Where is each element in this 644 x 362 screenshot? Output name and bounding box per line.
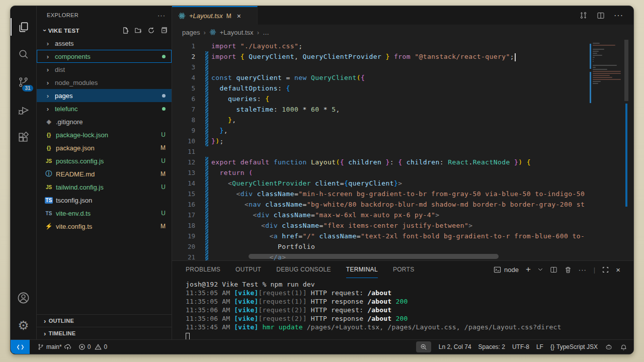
tree-item-components[interactable]: ›components bbox=[37, 50, 172, 63]
code-token: = bbox=[286, 74, 294, 81]
notifications[interactable] bbox=[616, 343, 628, 351]
code-token: QueryClient bbox=[245, 53, 294, 60]
vertical-scrollbar[interactable] bbox=[624, 40, 629, 260]
tree-item-label: telefunc bbox=[55, 105, 158, 113]
extensions-icon[interactable] bbox=[11, 124, 37, 151]
split-editor-icon[interactable] bbox=[597, 12, 605, 20]
new-terminal-icon[interactable]: + bbox=[526, 264, 531, 275]
close-panel-icon[interactable]: × bbox=[616, 265, 620, 274]
zoom-indicator[interactable] bbox=[416, 341, 431, 352]
tree-item-assets[interactable]: ›assets bbox=[37, 37, 172, 50]
minimap[interactable] bbox=[589, 40, 624, 260]
run-debug-icon[interactable] bbox=[11, 96, 37, 124]
encoding[interactable]: UTF-8 bbox=[509, 343, 533, 350]
code-token: ReactNode bbox=[473, 158, 510, 166]
new-folder-icon[interactable] bbox=[134, 27, 142, 34]
scrollbar-slider[interactable] bbox=[624, 40, 628, 101]
code-token bbox=[211, 116, 228, 124]
code-token: ( bbox=[357, 74, 361, 81]
code-editor[interactable]: 123456789101112131415161718192021 import… bbox=[172, 40, 633, 260]
tree-item-tsconfig-json[interactable]: TStsconfig.json bbox=[37, 194, 172, 207]
tree-item-telefunc[interactable]: ›telefunc bbox=[37, 102, 172, 115]
source-control-icon[interactable]: 31 bbox=[11, 68, 37, 96]
code-token: = bbox=[302, 201, 306, 208]
tree-item-tailwind-config-js[interactable]: JStailwind.config.jsU bbox=[37, 180, 172, 194]
settings-icon[interactable]: ⚙ bbox=[11, 312, 37, 339]
close-icon[interactable]: × bbox=[237, 12, 241, 20]
minimap-line bbox=[593, 65, 617, 66]
split-terminal-icon[interactable] bbox=[550, 266, 557, 274]
trash-icon[interactable] bbox=[565, 266, 572, 274]
tab-layout-tsx[interactable]: +Layout.tsx M × bbox=[172, 6, 258, 25]
code-token bbox=[510, 158, 514, 166]
panel-tab-problems[interactable]: PROBLEMS bbox=[186, 261, 220, 278]
collapse-all-icon[interactable] bbox=[160, 27, 168, 34]
timeline-section[interactable]: › TIMELINE bbox=[37, 327, 172, 339]
problems-status[interactable]: 0 0 bbox=[75, 340, 111, 354]
tree-item-dist[interactable]: ›dist bbox=[37, 63, 172, 76]
line-number: 15 bbox=[172, 189, 205, 199]
tree-item-package-json[interactable]: {}package.jsonM bbox=[37, 141, 172, 154]
horizontal-scrollbar[interactable] bbox=[249, 254, 499, 259]
code-token: = bbox=[319, 222, 323, 229]
code-token: : bbox=[274, 106, 282, 113]
project-root-row[interactable]: › VIKE TEST bbox=[37, 24, 172, 37]
code-area[interactable]: import "./Layout.css";import { QueryClie… bbox=[208, 40, 589, 260]
new-file-icon[interactable] bbox=[122, 27, 129, 34]
explorer-more-icon[interactable]: ··· bbox=[157, 12, 166, 19]
chevron-down-icon[interactable] bbox=[538, 267, 543, 272]
tree-item-pages[interactable]: ›pages bbox=[37, 89, 172, 102]
refresh-icon[interactable] bbox=[147, 27, 155, 34]
code-token: * bbox=[298, 106, 311, 113]
code-token: } bbox=[211, 137, 215, 145]
tree-item-node-modules[interactable]: ›node_modules bbox=[37, 76, 172, 89]
explorer-icon[interactable] bbox=[11, 13, 37, 41]
code-token: * bbox=[319, 106, 332, 113]
braces-icon: {} bbox=[550, 343, 554, 350]
outline-label: OUTLINE bbox=[49, 318, 74, 324]
account-icon[interactable] bbox=[11, 284, 37, 312]
terminal-instance[interactable]: node bbox=[494, 266, 519, 274]
code-token bbox=[261, 201, 265, 208]
breadcrumb-folder[interactable]: pages bbox=[182, 29, 200, 36]
chevron-right-icon: › bbox=[44, 40, 52, 47]
bell-icon bbox=[620, 343, 627, 351]
terminal-output[interactable]: josh@192 Vike Test % npm run dev11:35:05… bbox=[172, 278, 633, 339]
tree-item-package-lock-json[interactable]: {}package-lock.jsonU bbox=[37, 128, 172, 141]
remote-indicator[interactable] bbox=[11, 340, 30, 354]
outline-section[interactable]: › OUTLINE bbox=[37, 314, 172, 327]
eol-sequence[interactable]: LF bbox=[533, 343, 547, 350]
branch-status[interactable]: main* bbox=[34, 340, 75, 354]
code-token bbox=[269, 211, 273, 219]
panel-tab-output[interactable]: OUTPUT bbox=[235, 261, 261, 278]
maximize-panel-icon[interactable] bbox=[602, 266, 609, 273]
tree-item-readme-md[interactable]: ⓘREADME.mdM bbox=[37, 167, 172, 180]
copilot-icon bbox=[605, 343, 613, 351]
cursor-position[interactable]: Ln 2, Col 74 bbox=[435, 343, 475, 350]
breadcrumb-file[interactable]: +Layout.tsx bbox=[220, 29, 254, 36]
terminal-token: 11:35:06 AM bbox=[186, 315, 234, 322]
panel-tab-ports[interactable]: PORTS bbox=[393, 261, 415, 278]
code-token: < bbox=[245, 201, 249, 208]
indentation[interactable]: Spaces: 2 bbox=[475, 343, 509, 350]
braces-file-icon: {} bbox=[45, 132, 53, 138]
minimap-line bbox=[593, 77, 612, 78]
tree-item-vite-config-ts[interactable]: ⚡vite.config.tsM bbox=[37, 220, 172, 233]
tree-item--gitignore[interactable]: ◈.gitignore bbox=[37, 115, 172, 128]
tab-modified-badge: M bbox=[226, 13, 231, 20]
search-icon[interactable] bbox=[11, 41, 37, 68]
panel-more-icon[interactable]: ··· bbox=[579, 266, 587, 274]
breadcrumb-separator: › bbox=[257, 29, 259, 36]
panel-tab-terminal[interactable]: TERMINAL bbox=[346, 261, 378, 278]
copilot-status[interactable] bbox=[601, 343, 616, 351]
breadcrumb-more[interactable]: … bbox=[263, 29, 269, 36]
tree-item-postcss-config-js[interactable]: JSpostcss.config.jsU bbox=[37, 154, 172, 167]
editor-more-icon[interactable]: ··· bbox=[614, 11, 623, 20]
panel-tab-debug-console[interactable]: DEBUG CONSOLE bbox=[276, 261, 331, 278]
tree-item-vite-env-d-ts[interactable]: TSvite-env.d.tsU bbox=[37, 207, 172, 220]
language-mode[interactable]: {} TypeScript JSX bbox=[547, 343, 601, 350]
editor-group: +Layout.tsx M × ··· pages › +Layout.tsx … bbox=[172, 6, 633, 339]
compare-changes-icon[interactable] bbox=[579, 11, 588, 20]
git-status-badge: U bbox=[161, 210, 166, 217]
timeline-label: TIMELINE bbox=[49, 330, 76, 336]
